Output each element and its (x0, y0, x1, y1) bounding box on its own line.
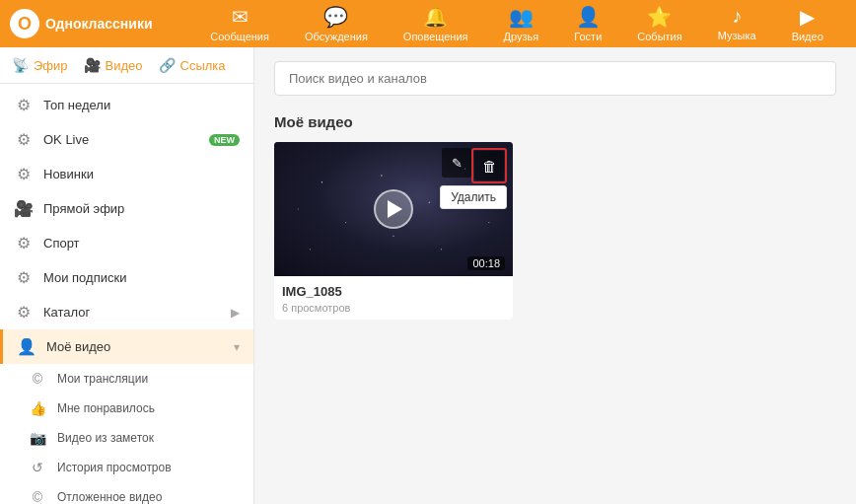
subscriptions-icon: ⚙ (14, 268, 34, 287)
video-tab-icon: 🎥 (84, 57, 101, 73)
history-icon: ↺ (28, 460, 47, 475)
new-badge: new (209, 134, 240, 146)
new-icon: ⚙ (14, 165, 34, 183)
video-views: 6 просмотров (282, 302, 505, 314)
nav-music[interactable]: ♪ Музыка (700, 1, 774, 46)
from-notes-icon: 📷 (28, 430, 47, 446)
video-title: IMG_1085 (282, 284, 505, 299)
sub-item-history[interactable]: ↺ История просмотров (14, 453, 253, 482)
events-icon: ⭐ (647, 5, 672, 29)
nav-events[interactable]: ⭐ События (619, 1, 699, 46)
friends-icon: 👥 (509, 5, 534, 29)
nav-messages[interactable]: ✉ Сообщения (192, 1, 287, 46)
sub-items: © Мои трансляции 👍 Мне понравилось 📷 Вид… (0, 364, 253, 504)
messages-icon: ✉ (232, 5, 249, 29)
music-icon: ♪ (732, 5, 742, 28)
sidebar: 📡 Эфир 🎥 Видео 🔗 Ссылка ⚙ Топ недели ⚙ O… (0, 47, 254, 504)
nav-guests[interactable]: 👤 Гости (556, 1, 619, 46)
trash-icon: 🗑 (482, 158, 497, 175)
guests-icon: 👤 (576, 5, 601, 29)
layout: 📡 Эфир 🎥 Видео 🔗 Ссылка ⚙ Топ недели ⚙ O… (0, 47, 856, 504)
logo-icon: О (10, 9, 39, 38)
play-button[interactable] (374, 189, 413, 229)
delete-btn-border: 🗑 (471, 148, 507, 183)
catalog-icon: ⚙ (14, 303, 34, 322)
nav-video[interactable]: ▶ Видео (774, 1, 841, 46)
logo-area[interactable]: О Одноклассники (10, 9, 187, 38)
sidebar-item-sport[interactable]: ⚙ Спорт (0, 226, 253, 260)
sport-icon: ⚙ (14, 234, 34, 252)
section-title: Моё видео (274, 113, 836, 130)
notifications-icon: 🔔 (423, 5, 448, 29)
sidebar-item-ok-live[interactable]: ⚙ OK Live new (0, 122, 253, 157)
nav-friends[interactable]: 👥 Друзья (486, 1, 557, 46)
video-nav-icon: ▶ (800, 5, 815, 29)
sidebar-tabs: 📡 Эфир 🎥 Видео 🔗 Ссылка (0, 47, 253, 84)
video-card: ✎ 🗑 Удалить (274, 142, 513, 320)
my-video-arrow-icon: ▾ (234, 340, 240, 354)
sidebar-menu: ⚙ Топ недели ⚙ OK Live new ⚙ Новинки 🎥 П… (0, 84, 253, 504)
nav-notifications[interactable]: 🔔 Оповещения (386, 1, 486, 46)
video-grid: ✎ 🗑 Удалить (274, 142, 836, 320)
video-thumbnail: ✎ 🗑 Удалить (274, 142, 513, 276)
liked-icon: 👍 (28, 400, 47, 416)
sidebar-item-new[interactable]: ⚙ Новинки (0, 157, 253, 191)
nav-items: ✉ Сообщения 💬 Обсуждения 🔔 Оповещения 👥 … (187, 1, 846, 46)
edit-button[interactable]: ✎ (442, 148, 471, 178)
sub-item-from-notes[interactable]: 📷 Видео из заметок (14, 423, 253, 453)
sidebar-item-catalog[interactable]: ⚙ Каталог ▶ (0, 295, 253, 329)
sub-item-deferred[interactable]: © Отложенное видео (14, 482, 253, 504)
video-duration: 00:18 (467, 256, 505, 270)
tab-efir[interactable]: 📡 Эфир (12, 57, 68, 73)
delete-button[interactable]: 🗑 (474, 151, 504, 180)
catalog-arrow-icon: ▶ (231, 306, 240, 320)
delete-btn-area: 🗑 Удалить (471, 148, 507, 183)
nav-discussions[interactable]: 💬 Обсуждения (287, 1, 386, 46)
live-icon: 🎥 (14, 199, 34, 218)
broadcasts-icon: © (28, 371, 47, 387)
sidebar-item-my-video[interactable]: 👤 Моё видео ▾ (0, 329, 253, 364)
deferred-icon: © (28, 489, 47, 504)
sidebar-item-top-week[interactable]: ⚙ Топ недели (0, 88, 253, 122)
tab-video[interactable]: 🎥 Видео (84, 57, 143, 73)
top-week-icon: ⚙ (14, 96, 34, 114)
main-content: Моё видео ✎ 🗑 (254, 47, 856, 504)
video-info: IMG_1085 6 просмотров (274, 276, 513, 320)
top-nav: О Одноклассники ✉ Сообщения 💬 Обсуждения… (0, 0, 856, 47)
edit-icon: ✎ (452, 156, 463, 171)
tab-link[interactable]: 🔗 Ссылка (159, 57, 226, 73)
sidebar-item-subscriptions[interactable]: ⚙ Мои подписки (0, 260, 253, 295)
sub-item-broadcasts[interactable]: © Мои трансляции (14, 364, 253, 394)
my-video-icon: 👤 (17, 337, 36, 356)
search-input[interactable] (274, 61, 836, 96)
logo-text: Одноклассники (45, 16, 153, 32)
link-icon: 🔗 (159, 57, 176, 73)
sub-item-liked[interactable]: 👍 Мне понравилось (14, 394, 253, 423)
play-icon (388, 200, 402, 218)
efir-icon: 📡 (12, 57, 29, 73)
ok-live-icon: ⚙ (14, 130, 34, 149)
discussions-icon: 💬 (323, 5, 348, 29)
sidebar-item-live[interactable]: 🎥 Прямой эфир (0, 191, 253, 226)
delete-tooltip: Удалить (440, 185, 507, 209)
